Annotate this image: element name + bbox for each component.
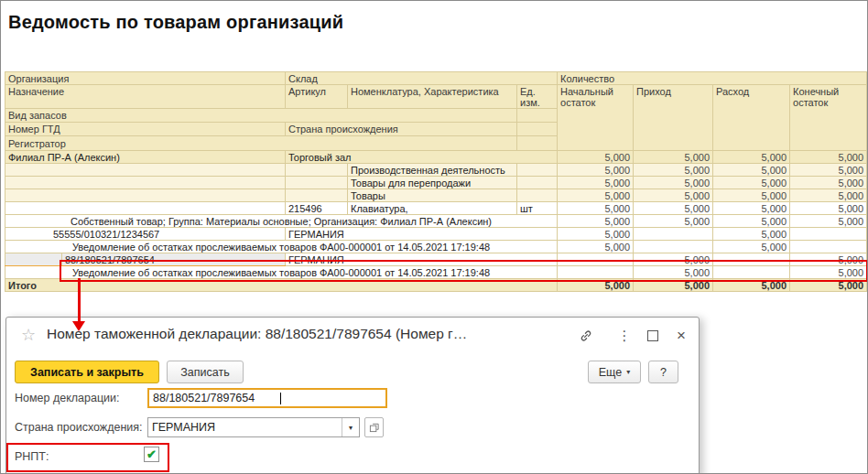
cell-opening[interactable]: 5,000	[558, 177, 634, 189]
cell-closing[interactable]: 5,000	[790, 215, 867, 228]
cell-opening[interactable]	[558, 266, 634, 279]
cell-income[interactable]: 5,000	[634, 151, 713, 164]
cell-empty	[5, 177, 286, 189]
cell-opening[interactable]: 5,000	[558, 241, 634, 253]
origin-country-combobox[interactable]: ГЕРМАНИЯ ▾	[147, 417, 360, 437]
cell-income[interactable]: 5,000	[634, 202, 713, 215]
combo-dropdown-icon[interactable]: ▾	[342, 418, 359, 436]
cell-opening[interactable]	[558, 253, 634, 266]
rnpt-checkbox[interactable]: ✔	[144, 447, 159, 462]
open-country-button[interactable]	[364, 417, 384, 437]
cell-stock-type-band[interactable]: Собственный товар; Группа: Материалы осн…	[5, 215, 558, 228]
cell-income[interactable]: 5,000	[634, 215, 713, 228]
close-icon[interactable]: ×	[673, 328, 689, 344]
header-row-2: Назначение Артикул Номенклатура, Характе…	[5, 85, 867, 109]
cell-closing[interactable]: 5,000	[790, 151, 867, 164]
header-nomenclature: Номенклатура, Характеристика	[348, 85, 517, 109]
cell-empty	[517, 189, 558, 202]
cell-nomenclature[interactable]: Товары	[348, 189, 517, 202]
cell-expense[interactable]	[713, 253, 790, 266]
cell-nomenclature[interactable]: Клавиатура,	[348, 202, 517, 215]
cell-closing[interactable]: 5,000	[790, 202, 867, 215]
cell-closing[interactable]: 5,000	[790, 177, 867, 189]
app-screen: Ведомость по товарам организаций Организ…	[0, 0, 868, 474]
save-and-close-button[interactable]: Записать и закрыть	[15, 361, 159, 383]
checkmark-icon: ✔	[146, 448, 157, 460]
header-organization: Организация	[5, 72, 286, 85]
cell-opening[interactable]: 5,000	[558, 189, 634, 202]
header-origin-country: Страна происхождения	[286, 123, 517, 136]
header-expense: Расход	[713, 85, 790, 151]
cell-empty	[5, 164, 286, 177]
chevron-down-icon: ▾	[626, 368, 630, 376]
header-gtd-number: Номер ГТД	[5, 123, 286, 136]
cell-expense[interactable]: 5,000	[713, 151, 790, 164]
link-icon[interactable]	[578, 328, 594, 344]
cell-closing-total[interactable]: 5,000	[790, 279, 867, 292]
cell-income[interactable]: 5,000	[634, 266, 713, 279]
cell-opening[interactable]: 5,000	[558, 228, 634, 241]
declaration-number-input[interactable]: 88/180521/7897654	[147, 388, 387, 408]
cell-closing[interactable]: 5,000	[790, 189, 867, 202]
cell-country[interactable]: ГЕРМАНИЯ	[286, 253, 558, 266]
text-caret	[280, 393, 281, 404]
cell-expense-total[interactable]: 5,000	[713, 279, 790, 292]
cell-closing[interactable]: 5,000	[790, 164, 867, 177]
cell-opening[interactable]: 5,000	[558, 215, 634, 228]
cell-income[interactable]	[634, 241, 713, 253]
cell-indent-selected	[5, 253, 62, 266]
customs-declaration-dialog: ☆ Номер таможенной декларации: 88/180521…	[5, 317, 700, 474]
cell-country[interactable]: ГЕРМАНИЯ	[286, 228, 558, 241]
maximize-icon[interactable]	[645, 328, 661, 344]
table-row-registrar: Уведомление об остатках прослеживаемых т…	[5, 241, 867, 253]
cell-organization[interactable]: Филиал ПР-А (Алексин)	[5, 151, 286, 164]
header-filler	[517, 109, 558, 123]
cell-opening[interactable]: 5,000	[558, 202, 634, 215]
cell-expense[interactable]: 5,000	[713, 241, 790, 253]
cell-expense[interactable]: 5,000	[713, 189, 790, 202]
cell-warehouse[interactable]: Торговый зал	[286, 151, 558, 164]
cell-expense[interactable]: 5,000	[713, 228, 790, 241]
more-button[interactable]: Еще ▾	[588, 361, 641, 383]
kebab-menu-icon[interactable]: ⋮	[616, 328, 633, 344]
cell-article[interactable]: 215496	[286, 202, 348, 215]
header-unit: Ед. изм.	[517, 85, 558, 109]
header-registrar: Регистратор	[5, 136, 517, 151]
cell-registrar-band[interactable]: Уведомление об остатках прослеживаемых т…	[5, 266, 558, 279]
header-stock-type: Вид запасов	[5, 109, 517, 123]
cell-expense[interactable]: 5,000	[713, 215, 790, 228]
cell-gtd-number[interactable]: 55555/010321/1234567	[5, 228, 286, 241]
cell-income-total[interactable]: 5,000	[634, 279, 713, 292]
cell-expense[interactable]: 5,000	[713, 177, 790, 189]
table-row-gtd-old: 55555/010321/1234567 ГЕРМАНИЯ 5,000 5,00…	[5, 228, 867, 241]
cell-unit[interactable]: шт	[517, 202, 558, 215]
rnpt-label: РНПТ:	[15, 450, 49, 463]
save-button[interactable]: Записать	[167, 361, 244, 383]
header-article: Артикул	[286, 85, 348, 109]
cell-nomenclature[interactable]: Производственная деятельность	[348, 164, 517, 177]
cell-gtd-number-selected[interactable]: 88/180521/7897654	[62, 253, 286, 266]
cell-closing[interactable]	[790, 241, 867, 253]
cell-nomenclature[interactable]: Товары для перепродажи	[348, 177, 517, 189]
cell-opening[interactable]: 5,000	[558, 164, 634, 177]
header-purpose: Назначение	[5, 85, 286, 109]
cell-income[interactable]: 5,000	[634, 253, 713, 266]
cell-total-label[interactable]: Итого	[5, 279, 558, 292]
cell-empty	[5, 189, 286, 202]
cell-expense[interactable]: 5,000	[713, 202, 790, 215]
cell-closing[interactable]: 5,000	[790, 253, 867, 266]
cell-income[interactable]: 5,000	[634, 177, 713, 189]
cell-income[interactable]: 5,000	[634, 189, 713, 202]
cell-opening[interactable]: 5,000	[558, 151, 634, 164]
cell-income[interactable]	[634, 228, 713, 241]
help-button[interactable]: ?	[648, 361, 678, 383]
cell-closing[interactable]	[790, 228, 867, 241]
cell-closing[interactable]: 5,000	[790, 266, 867, 279]
cell-expense[interactable]	[713, 266, 790, 279]
cell-empty	[517, 177, 558, 189]
cell-expense[interactable]: 5,000	[713, 164, 790, 177]
favorite-star-icon[interactable]: ☆	[21, 327, 36, 343]
cell-opening-total[interactable]: 5,000	[558, 279, 634, 292]
cell-income[interactable]: 5,000	[634, 164, 713, 177]
cell-registrar-band[interactable]: Уведомление об остатках прослеживаемых т…	[5, 241, 558, 253]
